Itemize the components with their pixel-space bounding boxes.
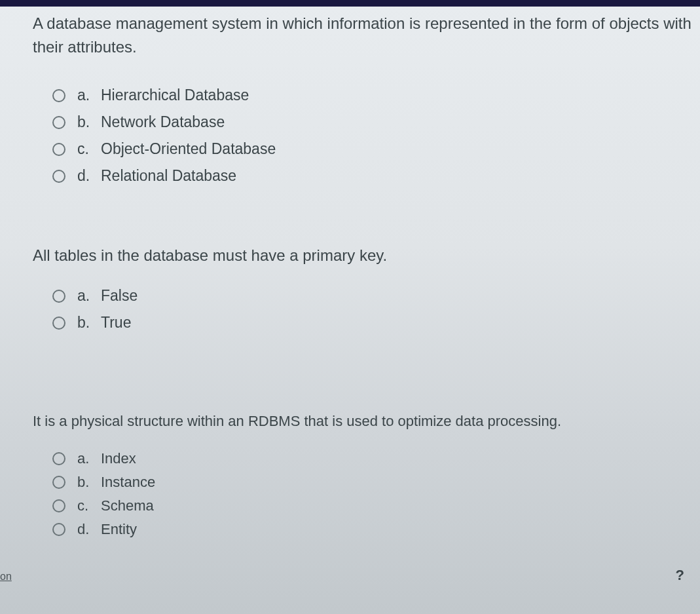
question-block-1: A database management system in which in… [33, 12, 700, 185]
option-letter: c. [77, 140, 101, 158]
option-letter: b. [77, 474, 101, 491]
option-text: Hierarchical Database [101, 86, 700, 104]
option-text: Relational Database [101, 167, 700, 185]
radio-icon[interactable] [52, 476, 65, 489]
option-text: Instance [101, 474, 700, 491]
option-letter: a. [77, 287, 101, 305]
options-group: a. Index b. Instance c. Schema d. Entity [33, 450, 700, 538]
question-block-2: All tables in the database must have a p… [33, 244, 700, 332]
radio-icon[interactable] [52, 317, 65, 330]
option-letter: b. [77, 314, 101, 332]
options-group: a. Hierarchical Database b. Network Data… [33, 86, 700, 185]
help-icon[interactable]: ? [676, 567, 684, 584]
radio-icon[interactable] [52, 290, 65, 303]
option-text: Network Database [101, 113, 700, 131]
radio-icon[interactable] [52, 143, 65, 156]
option-text: False [101, 287, 700, 305]
option-text: Index [101, 450, 700, 467]
option-row[interactable]: d. Entity [52, 521, 700, 538]
question-prompt: All tables in the database must have a p… [33, 244, 700, 267]
option-letter: a. [77, 450, 101, 467]
option-text: Entity [101, 521, 700, 538]
option-letter: a. [77, 86, 101, 104]
option-row[interactable]: b. True [52, 314, 700, 332]
radio-icon[interactable] [52, 170, 65, 183]
option-row[interactable]: a. Index [52, 450, 700, 467]
window-topbar [0, 0, 700, 7]
question-prompt: A database management system in which in… [33, 12, 700, 59]
question-prompt: It is a physical structure within an RDB… [33, 410, 700, 432]
option-text: True [101, 314, 700, 332]
question-block-3: It is a physical structure within an RDB… [33, 410, 700, 538]
radio-icon[interactable] [52, 89, 65, 102]
option-letter: d. [77, 167, 101, 185]
option-letter: c. [77, 497, 101, 514]
option-row[interactable]: b. Network Database [52, 113, 700, 131]
radio-icon[interactable] [52, 499, 65, 512]
option-row[interactable]: c. Object-Oriented Database [52, 140, 700, 158]
option-text: Object-Oriented Database [101, 140, 700, 158]
option-row[interactable]: b. Instance [52, 474, 700, 491]
option-row[interactable]: a. False [52, 287, 700, 305]
corner-text-bl: on [0, 571, 12, 583]
option-row[interactable]: a. Hierarchical Database [52, 86, 700, 104]
options-group: a. False b. True [33, 287, 700, 332]
radio-icon[interactable] [52, 116, 65, 129]
radio-icon[interactable] [52, 523, 65, 536]
option-row[interactable]: c. Schema [52, 497, 700, 514]
radio-icon[interactable] [52, 452, 65, 465]
option-letter: b. [77, 113, 101, 131]
quiz-content: A database management system in which in… [0, 7, 700, 538]
option-row[interactable]: d. Relational Database [52, 167, 700, 185]
option-letter: d. [77, 521, 101, 538]
option-text: Schema [101, 497, 700, 514]
